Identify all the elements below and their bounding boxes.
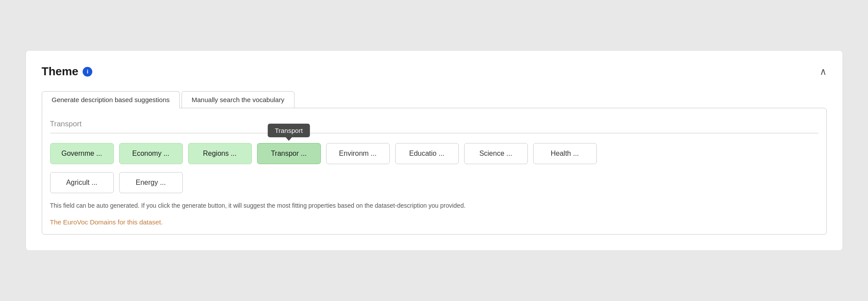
tag-transport-wrapper: Transport Transpor ...: [257, 143, 321, 164]
hint-text: This field can be auto generated. If you…: [50, 201, 818, 210]
tab-manual[interactable]: Manually search the vocabulary: [182, 91, 294, 108]
tag-regions[interactable]: Regions ...: [188, 143, 252, 164]
tag-agriculture[interactable]: Agricult ...: [50, 172, 114, 193]
tab-generate[interactable]: Generate description based suggestions: [42, 91, 180, 108]
tag-governme[interactable]: Governme ...: [50, 143, 114, 164]
card-header: Theme i ∧: [42, 65, 827, 78]
theme-card: Theme i ∧ Generate description based sug…: [25, 50, 843, 251]
tab-content: Governme ... Economy ... Regions ... Tra…: [42, 108, 827, 235]
tags-row: Governme ... Economy ... Regions ... Tra…: [50, 143, 818, 164]
search-input[interactable]: [50, 117, 818, 133]
eurovoc-link[interactable]: The EuroVoc Domains for this dataset.: [50, 218, 163, 226]
tag-transport[interactable]: Transpor ...: [257, 143, 321, 164]
tag-environment[interactable]: Environm ...: [326, 143, 390, 164]
tag-health[interactable]: Health ...: [533, 143, 597, 164]
card-title: Theme: [42, 65, 79, 78]
tag-science[interactable]: Science ...: [464, 143, 528, 164]
info-icon[interactable]: i: [83, 67, 92, 77]
tag-education[interactable]: Educatio ...: [395, 143, 459, 164]
tabs-row: Generate description based suggestions M…: [42, 91, 827, 108]
title-group: Theme i: [42, 65, 93, 78]
tag-economy[interactable]: Economy ...: [119, 143, 183, 164]
tags-row-2: Agricult ... Energy ...: [50, 172, 818, 193]
tag-energy[interactable]: Energy ...: [119, 172, 183, 193]
collapse-button[interactable]: ∧: [820, 67, 827, 77]
